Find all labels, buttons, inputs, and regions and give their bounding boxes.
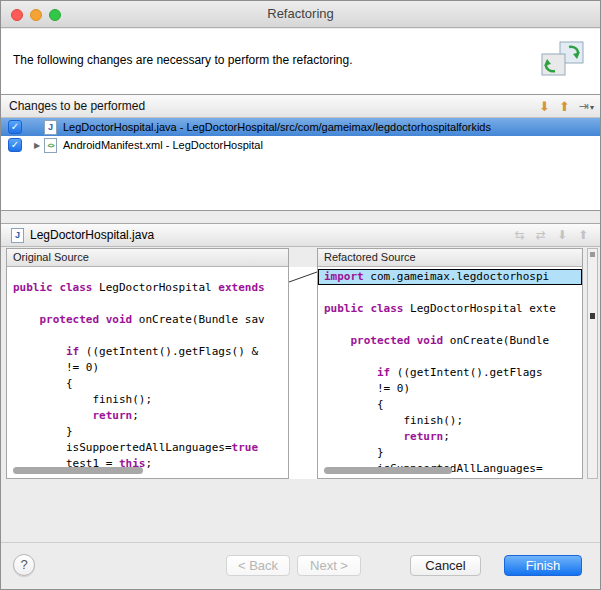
changes-list: ✓JLegDoctorHospital.java - LegDoctorHosp…	[1, 118, 601, 154]
tree-row[interactable]: ✓▶<>AndroidManifest.xml - LegDoctorHospi…	[1, 136, 601, 154]
minimize-window-button[interactable]	[30, 9, 42, 21]
compare-header: J LegDoctorHospital.java ⇆ ⇄ ⬇ ⬆	[1, 223, 601, 247]
code-line	[318, 349, 582, 365]
dialog-message: The following changes are necessary to p…	[13, 53, 353, 67]
code-line: protected void onCreate(Bundle sav	[7, 312, 288, 328]
original-source-header: Original Source	[7, 249, 288, 267]
changes-header-label: Changes to be performed	[9, 95, 145, 117]
code-line: != 0)	[7, 360, 288, 376]
help-button[interactable]: ?	[13, 554, 35, 576]
diff-connector	[289, 267, 317, 479]
code-line: }	[318, 445, 582, 461]
code-line: import com.gameimax.legdoctorhospi	[318, 269, 582, 285]
code-line	[7, 328, 288, 344]
code-line: finish();	[318, 413, 582, 429]
compare-title: LegDoctorHospital.java	[30, 228, 154, 242]
overview-ruler[interactable]	[587, 248, 598, 479]
code-line	[7, 296, 288, 312]
compare-section: J LegDoctorHospital.java ⇆ ⇄ ⬇ ⬆ Origina…	[1, 223, 601, 481]
compare-toolbar: ⇆ ⇄ ⬇ ⬆	[515, 228, 588, 242]
checkbox-checked[interactable]: ✓	[8, 120, 22, 134]
titlebar[interactable]: Refactoring	[1, 1, 600, 28]
code-line: {	[7, 376, 288, 392]
java-file-icon: J	[11, 228, 24, 243]
code-line	[318, 285, 582, 301]
refactored-source-pane: Refactored Source import com.gameimax.le…	[317, 248, 583, 479]
original-source-pane: Original Source public class LegDoctorHo…	[6, 248, 289, 479]
original-source-code[interactable]: public class LegDoctorHospital extends p…	[7, 267, 288, 478]
code-line	[318, 317, 582, 333]
zoom-window-button[interactable]	[49, 9, 61, 21]
dialog-header: The following changes are necessary to p…	[1, 29, 600, 94]
move-up-icon[interactable]: ⬆	[559, 99, 570, 114]
window-title: Refactoring	[1, 1, 600, 27]
refactoring-dialog: Refactoring The following changes are ne…	[0, 0, 601, 590]
changes-header: Changes to be performed ⬇ ⬆ ⇥▾	[1, 95, 601, 118]
code-line: != 0)	[318, 381, 582, 397]
next-change-icon[interactable]: ⬇	[557, 228, 567, 242]
finish-button[interactable]: Finish	[504, 555, 582, 576]
changes-toolbar: ⬇ ⬆ ⇥▾	[539, 95, 594, 117]
code-line: }	[7, 424, 288, 440]
expand-arrow-icon[interactable]: ▶	[30, 141, 44, 150]
button-bar: ? < Back Next > Cancel Finish	[1, 542, 600, 590]
change-marker[interactable]	[590, 313, 595, 319]
filter-changes-icon[interactable]: ⇥▾	[579, 99, 594, 113]
dropdown-caret-icon: ▾	[590, 103, 594, 112]
copy-all-changes-icon[interactable]: ⇆	[515, 228, 525, 242]
refactoring-wizard-icon	[538, 40, 586, 80]
refactored-source-code[interactable]: import com.gameimax.legdoctorhospi publi…	[318, 267, 582, 478]
xml-file-icon: <>	[44, 138, 57, 153]
close-window-button[interactable]	[11, 9, 23, 21]
copy-current-change-icon[interactable]: ⇄	[536, 228, 546, 242]
horizontal-scrollbar[interactable]	[13, 467, 143, 474]
horizontal-scrollbar[interactable]	[324, 467, 452, 474]
code-line: public class LegDoctorHospital extends	[7, 280, 288, 296]
code-line: return;	[318, 429, 582, 445]
code-line: isSuppoertedAllLanguages=true	[7, 440, 288, 456]
checkbox-checked[interactable]: ✓	[8, 138, 22, 152]
code-line: if ((getIntent().getFlags() &	[7, 344, 288, 360]
back-button[interactable]: < Back	[226, 555, 290, 576]
previous-change-icon[interactable]: ⬆	[578, 228, 588, 242]
refactored-source-header: Refactored Source	[318, 249, 582, 267]
code-line: public class LegDoctorHospital exte	[318, 301, 582, 317]
changes-section: Changes to be performed ⬇ ⬆ ⇥▾ ✓JLegDoct…	[1, 94, 601, 211]
tree-row-label: AndroidManifest.xml - LegDoctorHospital	[63, 139, 263, 151]
code-line: return;	[7, 408, 288, 424]
code-line: finish();	[7, 392, 288, 408]
move-down-icon[interactable]: ⬇	[539, 99, 550, 114]
tree-row[interactable]: ✓JLegDoctorHospital.java - LegDoctorHosp…	[1, 118, 601, 136]
next-button[interactable]: Next >	[297, 555, 361, 576]
tree-row-label: LegDoctorHospital.java - LegDoctorHospit…	[63, 121, 491, 133]
java-file-icon: J	[44, 120, 57, 135]
code-line: {	[318, 397, 582, 413]
filter-glyph: ⇥	[579, 99, 589, 113]
ruler-header-icon	[590, 252, 595, 257]
cancel-button[interactable]: Cancel	[410, 555, 481, 576]
code-line: protected void onCreate(Bundle	[318, 333, 582, 349]
code-line: if ((getIntent().getFlags	[318, 365, 582, 381]
